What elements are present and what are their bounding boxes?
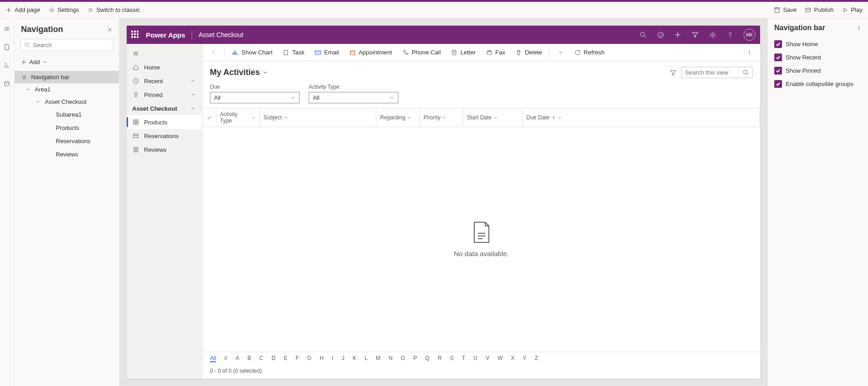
showchart-button[interactable]: Show Chart bbox=[228, 47, 276, 58]
alpha-Z[interactable]: Z bbox=[535, 355, 538, 362]
alpha-B[interactable]: B bbox=[247, 355, 251, 362]
alpha-W[interactable]: W bbox=[498, 355, 503, 362]
alpha-R[interactable]: R bbox=[438, 355, 442, 362]
data-icon[interactable] bbox=[4, 80, 11, 88]
chk-show-recent[interactable]: Show Recent bbox=[774, 51, 862, 64]
appointment-button[interactable]: Appointment bbox=[345, 47, 396, 58]
filter-icon[interactable] bbox=[691, 31, 699, 38]
side-hamburger[interactable] bbox=[127, 47, 202, 60]
alpha-F[interactable]: F bbox=[295, 355, 299, 362]
chk-collapsible[interactable]: Enable collapsible groups bbox=[774, 77, 862, 91]
alpha-G[interactable]: G bbox=[307, 355, 311, 362]
side-products[interactable]: Products bbox=[127, 115, 202, 129]
chk-show-pinned[interactable]: Show Pinned bbox=[774, 64, 862, 77]
help-icon[interactable] bbox=[726, 31, 734, 38]
overflow-chevron[interactable] bbox=[553, 47, 568, 58]
refresh-button[interactable]: Refresh bbox=[570, 47, 608, 58]
close-icon[interactable] bbox=[107, 27, 113, 32]
add-button[interactable]: Add bbox=[15, 56, 119, 68]
switch-classic-button[interactable]: Switch to classic bbox=[87, 6, 140, 13]
alpha-Y[interactable]: Y bbox=[523, 355, 526, 362]
add-page-label: Add page bbox=[15, 6, 40, 13]
col-start-date[interactable]: Start Date bbox=[463, 108, 523, 127]
nav-search-input[interactable] bbox=[33, 42, 110, 48]
tree-item-asset-checkout[interactable]: Asset Checkout bbox=[15, 96, 119, 108]
activitytype-select[interactable]: All bbox=[309, 92, 398, 103]
settings-button[interactable]: Settings bbox=[48, 6, 79, 13]
tree-item-area1[interactable]: Area1 bbox=[15, 83, 119, 96]
view-search-input[interactable] bbox=[685, 69, 740, 76]
tree-item-products[interactable]: Products bbox=[15, 121, 119, 134]
letter-button[interactable]: Letter bbox=[447, 47, 479, 58]
col-priority[interactable]: Priority bbox=[420, 108, 463, 127]
side-reviews[interactable]: Reviews bbox=[127, 143, 202, 156]
alpha-#[interactable]: # bbox=[224, 355, 227, 362]
gear-icon[interactable] bbox=[709, 31, 716, 38]
filter-icon[interactable] bbox=[670, 70, 676, 76]
alpha-H[interactable]: H bbox=[320, 355, 324, 362]
side-pinned[interactable]: Pinned bbox=[127, 88, 202, 102]
alpha-P[interactable]: P bbox=[413, 355, 417, 362]
alpha-K[interactable]: K bbox=[353, 355, 356, 362]
chevron-right-icon[interactable] bbox=[856, 25, 862, 31]
alpha-Q[interactable]: Q bbox=[425, 355, 429, 362]
add-page-button[interactable]: Add page bbox=[5, 6, 40, 13]
tree-item-subarea1[interactable]: Subarea1 bbox=[15, 108, 119, 121]
alpha-T[interactable]: T bbox=[462, 355, 465, 362]
side-recent[interactable]: Recent bbox=[127, 74, 202, 88]
view-search[interactable] bbox=[681, 67, 753, 78]
target-icon[interactable] bbox=[657, 31, 664, 38]
plus-icon[interactable] bbox=[674, 31, 681, 38]
hamburger-icon[interactable] bbox=[4, 26, 11, 33]
alpha-All[interactable]: All bbox=[210, 355, 216, 362]
waffle-icon[interactable] bbox=[131, 31, 139, 39]
alpha-J[interactable]: J bbox=[342, 355, 344, 362]
play-button[interactable]: Play bbox=[842, 6, 863, 13]
alpha-D[interactable]: D bbox=[272, 355, 276, 362]
col-activity-type[interactable]: Activity Type bbox=[216, 108, 260, 127]
tree-item-reservations[interactable]: Reservations bbox=[15, 134, 119, 148]
delete-button[interactable]: Delete bbox=[512, 47, 546, 58]
due-select[interactable]: All bbox=[210, 92, 300, 103]
alpha-I[interactable]: I bbox=[332, 355, 333, 362]
check-icon[interactable] bbox=[207, 115, 212, 120]
col-due-date[interactable]: Due Date bbox=[523, 108, 760, 127]
nav-search[interactable] bbox=[20, 39, 113, 51]
tree-item-navbar[interactable]: Navigation bar bbox=[15, 71, 119, 83]
publish-button[interactable]: Publish bbox=[805, 6, 834, 13]
save-button[interactable]: Save bbox=[774, 6, 797, 13]
alpha-M[interactable]: M bbox=[376, 355, 380, 362]
tree-icon[interactable] bbox=[4, 62, 11, 70]
svg-rect-13 bbox=[136, 123, 138, 124]
alpha-N[interactable]: N bbox=[389, 355, 393, 362]
svg-rect-12 bbox=[134, 123, 135, 124]
alpha-L[interactable]: L bbox=[364, 355, 368, 362]
alpha-X[interactable]: X bbox=[511, 355, 514, 362]
user-avatar[interactable]: MK bbox=[744, 29, 755, 41]
alpha-A[interactable]: A bbox=[236, 355, 239, 362]
grid-icon bbox=[132, 118, 139, 126]
chk-show-home[interactable]: Show Home bbox=[774, 38, 862, 51]
view-title[interactable]: My Activities bbox=[210, 68, 268, 77]
col-subject[interactable]: Subject bbox=[260, 108, 376, 127]
side-reservations[interactable]: Reservations bbox=[127, 129, 202, 143]
email-button[interactable]: Email bbox=[311, 47, 343, 58]
page-icon[interactable] bbox=[4, 44, 11, 51]
side-group-asset[interactable]: Asset Checkout bbox=[127, 102, 202, 115]
tree-item-reviews[interactable]: Reviews bbox=[15, 148, 119, 161]
task-button[interactable]: Task bbox=[279, 47, 308, 58]
fax-button[interactable]: Fax bbox=[482, 47, 509, 58]
phone-button[interactable]: Phone Call bbox=[398, 47, 445, 58]
alpha-E[interactable]: E bbox=[284, 355, 287, 362]
side-home[interactable]: Home bbox=[127, 60, 202, 74]
alpha-V[interactable]: V bbox=[486, 355, 489, 362]
switch-icon bbox=[87, 7, 94, 13]
col-regarding[interactable]: Regarding bbox=[376, 108, 420, 127]
search-icon[interactable] bbox=[639, 31, 647, 38]
alpha-O[interactable]: O bbox=[401, 355, 405, 362]
alpha-U[interactable]: U bbox=[473, 355, 477, 362]
back-button[interactable] bbox=[206, 47, 220, 58]
alpha-S[interactable]: S bbox=[450, 355, 454, 362]
more-button[interactable] bbox=[742, 47, 756, 58]
alpha-C[interactable]: C bbox=[259, 355, 263, 362]
